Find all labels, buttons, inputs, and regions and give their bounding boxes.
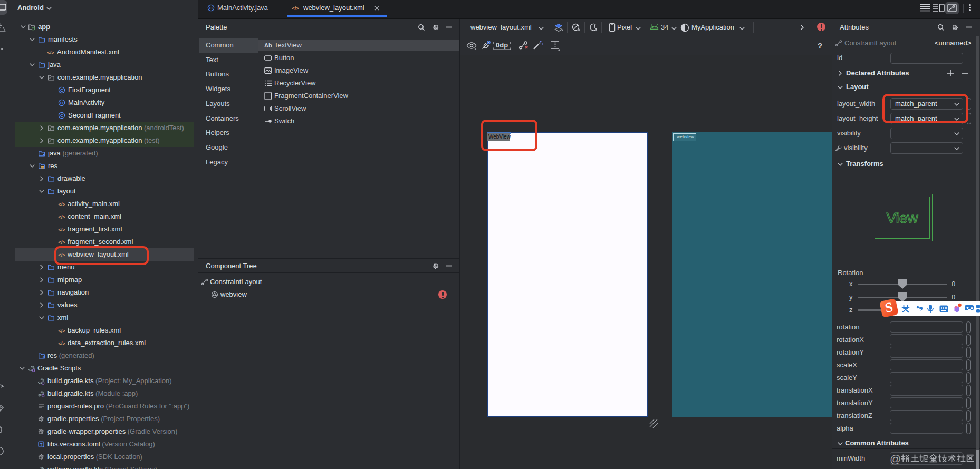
svg-text:C: C xyxy=(60,88,63,93)
svg-text:C: C xyxy=(60,113,63,118)
svg-text:</>: </> xyxy=(292,5,299,11)
svg-text:</>: </> xyxy=(58,227,65,232)
svg-text:Ab: Ab xyxy=(264,42,272,48)
svg-text:T: T xyxy=(40,442,43,447)
svg-text:</>: </> xyxy=(58,328,65,334)
svg-text:</>: </> xyxy=(58,214,65,220)
svg-text:C: C xyxy=(60,101,63,105)
svg-text:</>: </> xyxy=(58,239,65,245)
svg-text:</>: </> xyxy=(58,340,65,346)
svg-text:C: C xyxy=(209,6,213,11)
svg-text:</>: </> xyxy=(58,201,65,207)
svg-text:</>: </> xyxy=(47,50,54,55)
